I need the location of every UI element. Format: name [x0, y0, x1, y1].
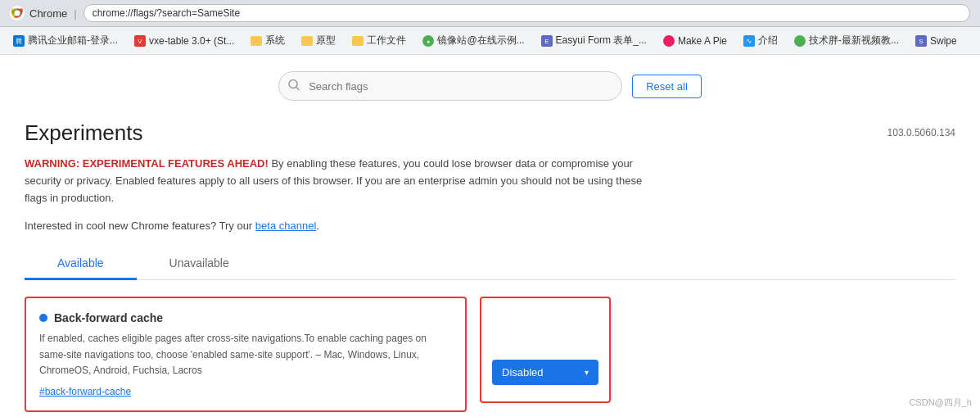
bookmark-favicon: S — [915, 35, 927, 47]
bookmark-item[interactable]: ● 镜像站@在线示例... — [416, 31, 531, 50]
bookmark-label: Easyui Form 表单_... — [556, 34, 647, 48]
bookmark-item[interactable]: 工作文件 — [345, 31, 413, 50]
search-input-wrap — [278, 71, 622, 101]
flag-dropdown-button[interactable]: Disabled ▾ — [492, 360, 598, 385]
bookmarks-bar: 腾 腾讯企业邮箱-登录... V vxe-table 3.0+ (St... 系… — [0, 27, 980, 55]
tab-unavailable[interactable]: Unavailable — [137, 248, 262, 280]
flag-name-row: Back-forward cache — [39, 311, 452, 324]
svg-text:●: ● — [427, 39, 430, 44]
title-bar: Chrome | — [0, 0, 980, 27]
svg-text:腾: 腾 — [16, 38, 22, 45]
svg-line-17 — [296, 88, 299, 90]
svg-text:∿: ∿ — [746, 37, 752, 45]
search-area: Reset all — [25, 71, 955, 101]
svg-point-10 — [663, 35, 675, 47]
bookmark-favicon — [794, 35, 806, 47]
bookmark-item[interactable]: V vxe-table 3.0+ (St... — [128, 33, 241, 49]
bookmark-favicon: 腾 — [13, 35, 25, 47]
interested-prefix: Interested in cool new Chrome features? … — [25, 220, 255, 232]
watermark: CSDN@四月_h — [909, 397, 972, 409]
title-bar-divider: | — [74, 7, 76, 20]
folder-icon — [352, 36, 364, 46]
flag-anchor-link[interactable]: #back-forward-cache — [39, 386, 131, 397]
search-icon — [288, 79, 300, 93]
flags-layout: Back-forward cache If enabled, caches el… — [25, 297, 955, 412]
flag-control-card: Disabled ▾ — [480, 297, 611, 403]
warning-bold-text: WARNING: EXPERIMENTAL FEATURES AHEAD! — [25, 157, 269, 170]
bookmark-item[interactable]: E Easyui Form 表单_... — [535, 31, 653, 50]
tab-available[interactable]: Available — [25, 248, 137, 280]
bookmark-label: 介绍 — [758, 34, 778, 48]
folder-icon — [251, 36, 262, 46]
svg-text:V: V — [138, 38, 142, 45]
interested-text: Interested in cool new Chrome features? … — [25, 220, 955, 232]
bookmark-item[interactable]: Make A Pie — [657, 33, 734, 49]
bookmark-label: 原型 — [316, 34, 336, 48]
address-bar[interactable] — [84, 4, 970, 22]
svg-text:S: S — [919, 38, 923, 45]
bookmark-item[interactable]: S Swipe — [909, 33, 964, 49]
svg-point-13 — [794, 35, 806, 47]
bookmark-label: Make A Pie — [678, 35, 727, 47]
bookmark-label: 工作文件 — [367, 34, 406, 48]
flag-card-back-forward-cache: Back-forward cache If enabled, caches el… — [25, 297, 467, 412]
bookmark-favicon: ● — [422, 35, 434, 47]
chrome-icon — [10, 6, 25, 20]
bookmark-label: 镜像站@在线示例... — [437, 34, 524, 48]
chevron-down-icon: ▾ — [585, 368, 589, 377]
bookmark-label: Swipe — [930, 35, 957, 47]
bookmark-item[interactable]: ∿ 介绍 — [737, 31, 784, 50]
folder-icon — [301, 36, 313, 46]
svg-point-1 — [15, 11, 20, 16]
bookmark-item[interactable]: 技术胖-最新视频教... — [788, 31, 905, 50]
bookmark-favicon — [663, 35, 675, 47]
beta-channel-link[interactable]: beta channel — [255, 220, 316, 232]
bookmark-item[interactable]: 原型 — [295, 31, 342, 50]
bookmark-favicon: E — [541, 35, 553, 47]
tabs-row: Available Unavailable — [25, 248, 955, 280]
bookmark-label: 系统 — [265, 34, 285, 48]
search-input[interactable] — [278, 71, 622, 101]
version-number: 103.0.5060.134 — [887, 127, 955, 138]
bookmark-label: 腾讯企业邮箱-登录... — [28, 34, 118, 48]
warning-box: WARNING: EXPERIMENTAL FEATURES AHEAD! By… — [25, 156, 647, 206]
page-content: Reset all Experiments 103.0.5060.134 WAR… — [0, 55, 980, 417]
bookmark-favicon: V — [134, 35, 146, 47]
bookmark-item[interactable]: 腾 腾讯企业邮箱-登录... — [7, 31, 124, 50]
flag-name: Back-forward cache — [54, 311, 163, 324]
period: . — [316, 220, 319, 232]
title-bar-chrome-label: Chrome — [29, 7, 67, 20]
bookmark-item[interactable]: 系统 — [244, 31, 291, 50]
flag-dot — [39, 314, 47, 322]
bookmark-favicon: ∿ — [743, 35, 755, 47]
reset-all-button[interactable]: Reset all — [632, 75, 702, 98]
flag-description: If enabled, caches eligible pages after … — [39, 331, 452, 378]
experiments-header: Experiments 103.0.5060.134 — [25, 120, 955, 146]
bookmark-label: vxe-table 3.0+ (St... — [149, 35, 234, 47]
bookmark-label: 技术胖-最新视频教... — [809, 34, 899, 48]
dropdown-label: Disabled — [502, 366, 544, 378]
experiments-title: Experiments — [25, 120, 143, 146]
svg-text:E: E — [544, 38, 549, 45]
